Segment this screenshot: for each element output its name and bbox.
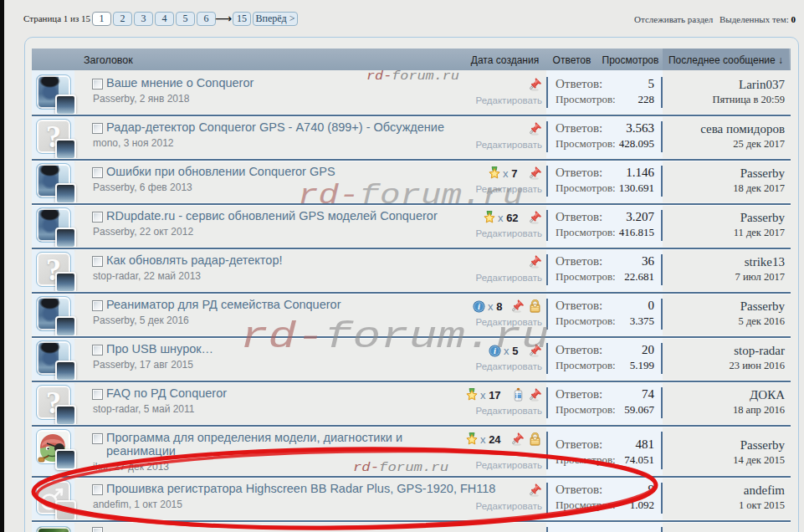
svg-text:i: i — [478, 302, 480, 311]
